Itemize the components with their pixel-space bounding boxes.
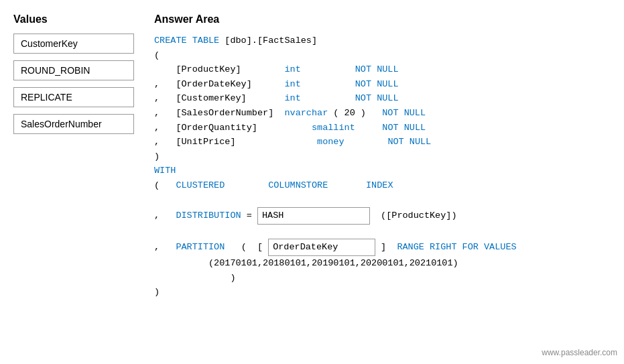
code-line-8: , [UnitPrice] money NOT NULL (154, 135, 611, 149)
answer-area-title: Answer Area (154, 13, 611, 25)
code-line-2: ( (154, 48, 611, 63)
code-line-10: WITH (154, 164, 611, 178)
code-line-1: CREATE TABLE [dbo].[FactSales] (154, 34, 611, 48)
code-line-7: , [OrderQuantity] smallint NOT NULL (154, 121, 611, 135)
watermark: www.passleader.com (542, 348, 617, 357)
hash-input-box[interactable]: HASH (257, 207, 370, 225)
code-line-4: , [OrderDateKey] int NOT NULL (154, 77, 611, 92)
value-box-salesordernumber[interactable]: SalesOrderNumber (13, 114, 134, 134)
code-area: CREATE TABLE [dbo].[FactSales] ( [Produc… (154, 34, 611, 300)
code-line-distribution: , DISTRIBUTION = HASH ([ProductKey]) (154, 193, 611, 225)
orderdatekey-input-box[interactable]: OrderDateKey (268, 239, 375, 256)
code-line-values: (20170101,20180101,20190101,20200101,202… (154, 256, 611, 271)
code-line-9: ) (154, 149, 611, 164)
value-box-customerkey[interactable]: CustomerKey (13, 34, 134, 54)
code-line-close-paren2: ) (154, 285, 611, 300)
right-panel: Answer Area CREATE TABLE [dbo].[FactSale… (147, 13, 611, 351)
value-box-replicate[interactable]: REPLICATE (13, 87, 134, 107)
code-line-3: [ProductKey] int NOT NULL (154, 62, 611, 77)
code-line-5: , [CustomerKey] int NOT NULL (154, 91, 611, 106)
value-box-round-robin[interactable]: ROUND_ROBIN (13, 60, 134, 80)
code-line-11: ( CLUSTERED COLUMNSTORE INDEX (154, 178, 611, 193)
code-line-6: , [SalesOrderNumber] nvarchar ( 20 ) NOT… (154, 106, 611, 121)
values-title: Values (13, 13, 134, 25)
left-panel: Values CustomerKey ROUND_ROBIN REPLICATE… (13, 13, 147, 351)
code-line-close-paren1: ) (154, 271, 611, 286)
code-line-partition: , PARTITION ( [ OrderDateKey ] RANGE RIG… (154, 225, 611, 256)
